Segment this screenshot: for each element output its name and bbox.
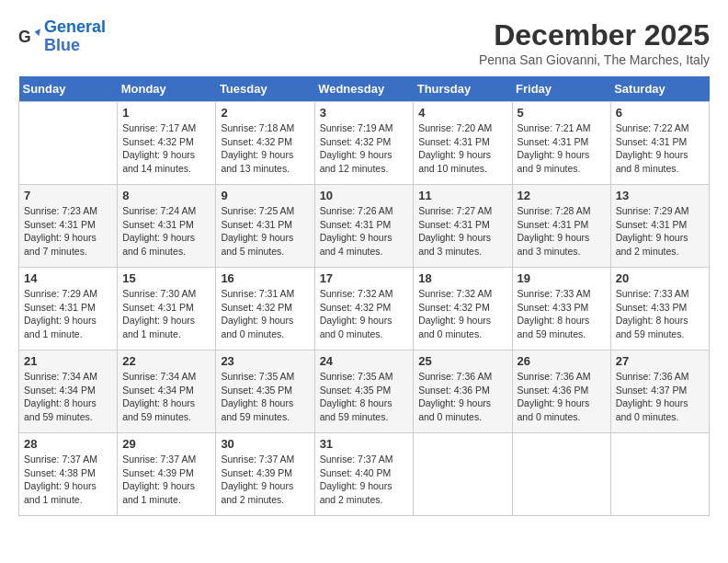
calendar-cell: 4Sunrise: 7:20 AM Sunset: 4:31 PM Daylig… bbox=[414, 102, 512, 185]
calendar-cell: 19Sunrise: 7:33 AM Sunset: 4:33 PM Dayli… bbox=[512, 268, 610, 350]
day-info: Sunrise: 7:36 AM Sunset: 4:36 PM Dayligh… bbox=[518, 370, 606, 424]
calendar-cell: 27Sunrise: 7:36 AM Sunset: 4:37 PM Dayli… bbox=[610, 350, 709, 433]
calendar-cell: 7Sunrise: 7:23 AM Sunset: 4:31 PM Daylig… bbox=[19, 185, 118, 268]
day-info: Sunrise: 7:35 AM Sunset: 4:35 PM Dayligh… bbox=[221, 370, 309, 424]
day-info: Sunrise: 7:37 AM Sunset: 4:38 PM Dayligh… bbox=[24, 453, 112, 507]
calendar-cell: 15Sunrise: 7:30 AM Sunset: 4:31 PM Dayli… bbox=[118, 268, 216, 350]
day-info: Sunrise: 7:35 AM Sunset: 4:35 PM Dayligh… bbox=[320, 370, 409, 424]
day-info: Sunrise: 7:17 AM Sunset: 4:32 PM Dayligh… bbox=[122, 121, 210, 176]
calendar-cell: 30Sunrise: 7:37 AM Sunset: 4:39 PM Dayli… bbox=[216, 433, 314, 516]
day-info: Sunrise: 7:32 AM Sunset: 4:32 PM Dayligh… bbox=[320, 287, 409, 341]
calendar-cell: 3Sunrise: 7:19 AM Sunset: 4:32 PM Daylig… bbox=[314, 102, 414, 185]
calendar-cell: 16Sunrise: 7:31 AM Sunset: 4:32 PM Dayli… bbox=[216, 268, 314, 350]
weekday-header-friday: Friday bbox=[512, 76, 610, 102]
calendar-cell: 14Sunrise: 7:29 AM Sunset: 4:31 PM Dayli… bbox=[19, 268, 118, 350]
day-number: 21 bbox=[24, 354, 112, 368]
day-info: Sunrise: 7:24 AM Sunset: 4:31 PM Dayligh… bbox=[122, 204, 210, 259]
calendar-cell: 31Sunrise: 7:37 AM Sunset: 4:40 PM Dayli… bbox=[314, 433, 414, 516]
day-number: 1 bbox=[122, 106, 210, 120]
calendar-cell: 12Sunrise: 7:28 AM Sunset: 4:31 PM Dayli… bbox=[512, 185, 610, 268]
day-number: 18 bbox=[418, 271, 506, 285]
calendar-cell: 11Sunrise: 7:27 AM Sunset: 4:31 PM Dayli… bbox=[414, 185, 512, 268]
calendar-cell bbox=[19, 102, 118, 185]
calendar-cell: 24Sunrise: 7:35 AM Sunset: 4:35 PM Dayli… bbox=[314, 350, 414, 433]
day-info: Sunrise: 7:36 AM Sunset: 4:36 PM Dayligh… bbox=[418, 370, 506, 424]
calendar-week-row: 1Sunrise: 7:17 AM Sunset: 4:32 PM Daylig… bbox=[19, 102, 710, 185]
day-info: Sunrise: 7:31 AM Sunset: 4:32 PM Dayligh… bbox=[221, 287, 309, 341]
logo-icon: G bbox=[18, 26, 40, 48]
calendar-cell: 21Sunrise: 7:34 AM Sunset: 4:34 PM Dayli… bbox=[19, 350, 118, 433]
day-number: 20 bbox=[616, 271, 704, 285]
calendar-cell: 28Sunrise: 7:37 AM Sunset: 4:38 PM Dayli… bbox=[19, 433, 118, 516]
calendar-cell: 18Sunrise: 7:32 AM Sunset: 4:32 PM Dayli… bbox=[414, 268, 512, 350]
day-number: 5 bbox=[518, 106, 606, 120]
day-number: 16 bbox=[221, 271, 309, 285]
day-number: 14 bbox=[24, 271, 112, 285]
day-number: 29 bbox=[122, 437, 210, 451]
day-number: 27 bbox=[616, 354, 704, 368]
calendar-cell: 26Sunrise: 7:36 AM Sunset: 4:36 PM Dayli… bbox=[512, 350, 610, 433]
day-number: 10 bbox=[320, 189, 409, 202]
day-info: Sunrise: 7:34 AM Sunset: 4:34 PM Dayligh… bbox=[24, 370, 112, 424]
calendar-cell: 13Sunrise: 7:29 AM Sunset: 4:31 PM Dayli… bbox=[610, 185, 709, 268]
day-number: 2 bbox=[221, 106, 309, 120]
day-number: 13 bbox=[616, 189, 704, 202]
day-number: 9 bbox=[221, 189, 309, 202]
calendar-cell: 2Sunrise: 7:18 AM Sunset: 4:32 PM Daylig… bbox=[216, 102, 314, 185]
calendar-week-row: 28Sunrise: 7:37 AM Sunset: 4:38 PM Dayli… bbox=[19, 433, 710, 516]
day-number: 26 bbox=[518, 354, 606, 368]
day-info: Sunrise: 7:32 AM Sunset: 4:32 PM Dayligh… bbox=[418, 287, 506, 341]
weekday-header-saturday: Saturday bbox=[610, 76, 709, 102]
weekday-header-tuesday: Tuesday bbox=[216, 76, 314, 102]
day-info: Sunrise: 7:29 AM Sunset: 4:31 PM Dayligh… bbox=[616, 204, 704, 259]
day-number: 12 bbox=[518, 189, 606, 202]
day-number: 30 bbox=[221, 437, 309, 451]
day-info: Sunrise: 7:36 AM Sunset: 4:37 PM Dayligh… bbox=[616, 370, 704, 424]
day-number: 15 bbox=[122, 271, 210, 285]
day-info: Sunrise: 7:37 AM Sunset: 4:40 PM Dayligh… bbox=[320, 453, 409, 507]
day-info: Sunrise: 7:33 AM Sunset: 4:33 PM Dayligh… bbox=[616, 287, 704, 341]
title-block: December 2025 Penna San Giovanni, The Ma… bbox=[479, 18, 710, 67]
calendar-cell: 8Sunrise: 7:24 AM Sunset: 4:31 PM Daylig… bbox=[118, 185, 216, 268]
day-number: 4 bbox=[418, 106, 506, 120]
weekday-header-sunday: Sunday bbox=[19, 76, 118, 102]
logo: G General Blue bbox=[18, 18, 106, 55]
calendar-cell: 23Sunrise: 7:35 AM Sunset: 4:35 PM Dayli… bbox=[216, 350, 314, 433]
day-info: Sunrise: 7:23 AM Sunset: 4:31 PM Dayligh… bbox=[24, 204, 112, 259]
day-info: Sunrise: 7:37 AM Sunset: 4:39 PM Dayligh… bbox=[122, 453, 210, 507]
day-info: Sunrise: 7:20 AM Sunset: 4:31 PM Dayligh… bbox=[418, 121, 506, 176]
calendar-cell: 1Sunrise: 7:17 AM Sunset: 4:32 PM Daylig… bbox=[118, 102, 216, 185]
day-info: Sunrise: 7:28 AM Sunset: 4:31 PM Dayligh… bbox=[518, 204, 606, 259]
day-info: Sunrise: 7:22 AM Sunset: 4:31 PM Dayligh… bbox=[616, 121, 704, 176]
month-title: December 2025 bbox=[479, 18, 710, 52]
day-number: 31 bbox=[320, 437, 409, 451]
calendar-cell: 10Sunrise: 7:26 AM Sunset: 4:31 PM Dayli… bbox=[314, 185, 414, 268]
day-number: 22 bbox=[122, 354, 210, 368]
day-info: Sunrise: 7:34 AM Sunset: 4:34 PM Dayligh… bbox=[122, 370, 210, 424]
weekday-header-wednesday: Wednesday bbox=[314, 76, 414, 102]
day-number: 25 bbox=[418, 354, 506, 368]
svg-marker-1 bbox=[35, 29, 40, 36]
weekday-header-thursday: Thursday bbox=[414, 76, 512, 102]
day-number: 19 bbox=[518, 271, 606, 285]
calendar-cell bbox=[512, 433, 610, 516]
calendar-cell: 20Sunrise: 7:33 AM Sunset: 4:33 PM Dayli… bbox=[610, 268, 709, 350]
day-number: 7 bbox=[24, 189, 112, 202]
day-number: 23 bbox=[221, 354, 309, 368]
day-info: Sunrise: 7:26 AM Sunset: 4:31 PM Dayligh… bbox=[320, 204, 409, 259]
day-info: Sunrise: 7:19 AM Sunset: 4:32 PM Dayligh… bbox=[320, 121, 409, 176]
calendar-week-row: 21Sunrise: 7:34 AM Sunset: 4:34 PM Dayli… bbox=[19, 350, 710, 433]
day-info: Sunrise: 7:25 AM Sunset: 4:31 PM Dayligh… bbox=[221, 204, 309, 259]
day-number: 11 bbox=[418, 189, 506, 202]
day-info: Sunrise: 7:37 AM Sunset: 4:39 PM Dayligh… bbox=[221, 453, 309, 507]
calendar-cell: 9Sunrise: 7:25 AM Sunset: 4:31 PM Daylig… bbox=[216, 185, 314, 268]
calendar-week-row: 7Sunrise: 7:23 AM Sunset: 4:31 PM Daylig… bbox=[19, 185, 710, 268]
location-subtitle: Penna San Giovanni, The Marches, Italy bbox=[479, 52, 710, 67]
day-info: Sunrise: 7:29 AM Sunset: 4:31 PM Dayligh… bbox=[24, 287, 112, 341]
day-info: Sunrise: 7:30 AM Sunset: 4:31 PM Dayligh… bbox=[122, 287, 210, 341]
calendar-cell: 25Sunrise: 7:36 AM Sunset: 4:36 PM Dayli… bbox=[414, 350, 512, 433]
logo-text: General Blue bbox=[44, 18, 106, 55]
day-info: Sunrise: 7:18 AM Sunset: 4:32 PM Dayligh… bbox=[221, 121, 309, 176]
calendar-cell bbox=[414, 433, 512, 516]
svg-text:G: G bbox=[18, 27, 31, 45]
